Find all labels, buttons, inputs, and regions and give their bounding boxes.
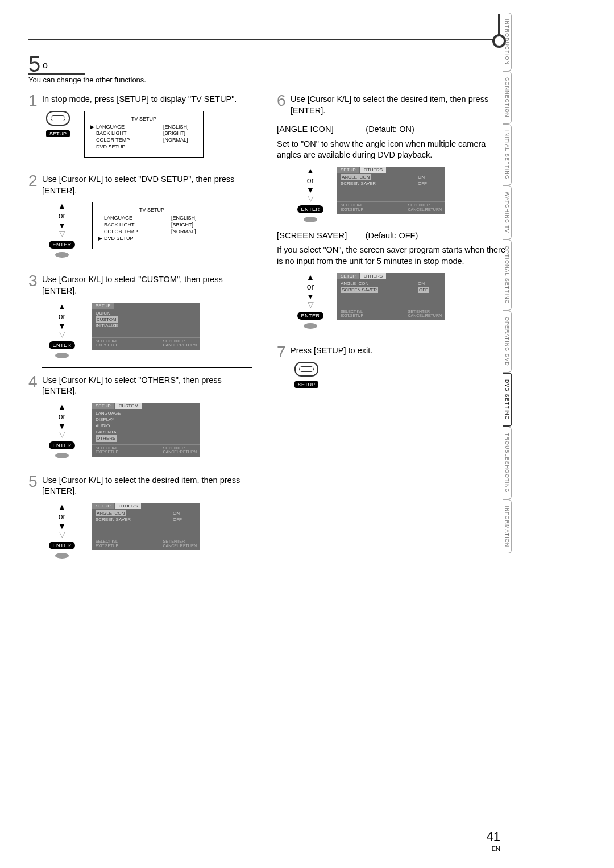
screen-footer: SELECT:K/LEXIT:SETUP SET:ENTERCANCEL:RET… — [337, 308, 445, 319]
step-6-ss-visual: ▲ or ▼ ▽ ENTER SETUP OTHERS ANGLE ICONON… — [291, 273, 506, 329]
enter-button[interactable]: ENTER — [297, 312, 323, 320]
hint: CANCEL:RETURN — [408, 313, 442, 317]
enter-button[interactable]: ENTER — [49, 542, 74, 549]
section-number: 5 — [28, 52, 40, 77]
cursor-control[interactable]: ▲ or ▼ ▽ ENTER — [42, 503, 82, 559]
screen-tab: SETUP — [337, 167, 359, 173]
tab-introduction: INTRODUCTION — [503, 13, 512, 71]
step-2-number: 2 — [28, 172, 38, 190]
screen-tab-active: OTHERS — [360, 167, 386, 173]
row-label: LANGUAGE — [96, 124, 163, 131]
cursor-control[interactable]: ▲ or ▼ ▽ ENTER — [42, 202, 82, 258]
cursor-down-icon-outline: ▽ — [291, 300, 330, 308]
or-text: or — [42, 211, 82, 220]
angle-icon-default: (Default: ON) — [366, 125, 414, 134]
cursor-control[interactable]: ▲ or ▼ ▽ ENTER — [291, 167, 330, 222]
setup-button[interactable]: SETUP — [42, 111, 74, 137]
screen-footer: SELECT:K/LEXIT:SETUP SET:ENTERCANCEL:RET… — [337, 201, 445, 213]
step-4-screen: SETUP CUSTOM LANGUAGE DISPLAY AUDIO PARE… — [92, 403, 200, 457]
section-subtitle: You can change the other functions. — [28, 76, 146, 84]
setup-button-label: SETUP — [294, 381, 318, 388]
step-2-screen: — TV SETUP — LANGUAGE[ENGLISH] BACK LIGH… — [92, 202, 211, 249]
row-label: BACK LIGHT — [96, 130, 163, 137]
angle-icon-description: Set to "ON" to show the angle icon when … — [277, 139, 506, 161]
or-text: or — [42, 512, 82, 521]
setup-button-shape — [294, 362, 318, 377]
divider — [42, 267, 252, 267]
screen-tab: SETUP — [92, 503, 114, 509]
angle-icon-label: [ANGLE ICON] — [277, 125, 334, 134]
step-3-visual: ▲ or ▼ ▽ ENTER SETUP QUICK CUSTOM INITIA… — [42, 303, 258, 358]
button-base — [304, 323, 317, 329]
divider — [42, 367, 252, 368]
row-label: LANGUAGE — [104, 215, 171, 222]
enter-button[interactable]: ENTER — [297, 205, 323, 213]
step-2: 2 Use [Cursor K/L] to select "DVD SETUP"… — [28, 174, 258, 258]
row-arrow: ▶ — [90, 124, 96, 131]
hint: SELECT:K/L — [341, 309, 363, 313]
cursor-control[interactable]: ▲ or ▼ ▽ ENTER — [42, 303, 82, 358]
setup-button[interactable]: SETUP — [291, 362, 322, 388]
hint: CANCEL:RETURN — [163, 450, 197, 454]
row-value: [ENGLISH] — [171, 215, 205, 222]
hint: SET:ENTER — [163, 539, 185, 543]
cursor-down-icon: ▼ — [42, 422, 82, 430]
row-key-highlight: SCREEN SAVER — [341, 287, 378, 293]
page-top-rule — [28, 39, 504, 40]
step-7-number: 7 — [277, 343, 286, 361]
screen-tab: SETUP — [92, 403, 114, 409]
screen-tab-active: CUSTOM — [115, 403, 142, 409]
button-base — [55, 252, 69, 258]
page-lang: EN — [487, 845, 500, 852]
row-arrow — [98, 222, 104, 229]
divider — [291, 338, 501, 338]
menu-item-highlight: CUSTOM — [96, 316, 118, 323]
button-base — [55, 453, 69, 458]
menu-item: INITIALIZE — [96, 323, 197, 329]
cursor-down-icon-outline: ▽ — [42, 530, 82, 538]
row-key-highlight: ANGLE ICON — [341, 174, 371, 180]
divider — [42, 468, 252, 468]
left-column: 1 In stop mode, press [SETUP] to display… — [28, 94, 258, 568]
enter-button[interactable]: ENTER — [49, 341, 74, 349]
screen-saver-heading: [SCREEN SAVER] (Default: OFF) — [277, 230, 506, 242]
row-label: COLOR TEMP. — [104, 229, 171, 235]
cursor-up-icon: ▲ — [291, 167, 330, 175]
step-6-angle-visual: ▲ or ▼ ▽ ENTER SETUP OTHERS ANGLE ICONON… — [291, 167, 506, 222]
row-value: [NORMAL] — [163, 137, 197, 144]
row-value: ON — [418, 174, 442, 180]
divider — [42, 167, 252, 167]
hint: SELECT:K/L — [341, 203, 363, 207]
right-column: 6 Use [Cursor K/L] to select the desired… — [277, 94, 506, 568]
button-base — [55, 353, 69, 358]
cursor-up-icon: ▲ — [42, 503, 82, 511]
step-6-angle-screen: SETUP OTHERS ANGLE ICONON SCREEN SAVEROF… — [337, 167, 445, 214]
enter-button[interactable]: ENTER — [49, 241, 74, 249]
page-number: 41 — [487, 829, 500, 844]
screen-saver-label: [SCREEN SAVER] — [277, 231, 347, 240]
screen-saver-description: If you select "ON", the screen saver pro… — [277, 245, 506, 267]
step-5-visual: ▲ or ▼ ▽ ENTER SETUP OTHERS ANGLE ICONON… — [42, 503, 258, 559]
step-1-number: 1 — [28, 92, 38, 110]
hint: EXIT:SETUP — [341, 313, 363, 317]
step-1-screen: — TV SETUP — ▶LANGUAGE[ENGLISH] BACK LIG… — [84, 111, 204, 158]
row-label: BACK LIGHT — [104, 222, 171, 229]
cursor-down-icon-outline: ▽ — [42, 430, 82, 438]
step-3: 3 Use [Cursor K/L] to select "CUSTOM", t… — [28, 274, 258, 358]
menu-item: AUDIO — [96, 423, 197, 429]
cursor-control[interactable]: ▲ or ▼ ▽ ENTER — [291, 273, 330, 329]
cursor-down-icon-outline: ▽ — [42, 330, 82, 338]
cursor-up-icon: ▲ — [42, 403, 82, 411]
cursor-control[interactable]: ▲ or ▼ ▽ ENTER — [42, 403, 82, 458]
button-base — [55, 553, 69, 559]
step-3-screen: SETUP QUICK CUSTOM INITIALIZE SELECT:K/L… — [92, 303, 200, 350]
enter-button[interactable]: ENTER — [49, 441, 74, 449]
row-arrow — [90, 144, 96, 151]
screen-tab: SETUP — [92, 303, 114, 309]
row-key: SCREEN SAVER — [341, 180, 418, 187]
cursor-down-icon: ▼ — [42, 221, 82, 229]
menu-item: LANGUAGE — [96, 410, 197, 416]
screen-footer: SELECT:K/LEXIT:SETUP SET:ENTERCANCEL:RET… — [92, 337, 200, 349]
row-arrow — [98, 229, 104, 235]
row-value-highlight: OFF — [418, 287, 429, 293]
